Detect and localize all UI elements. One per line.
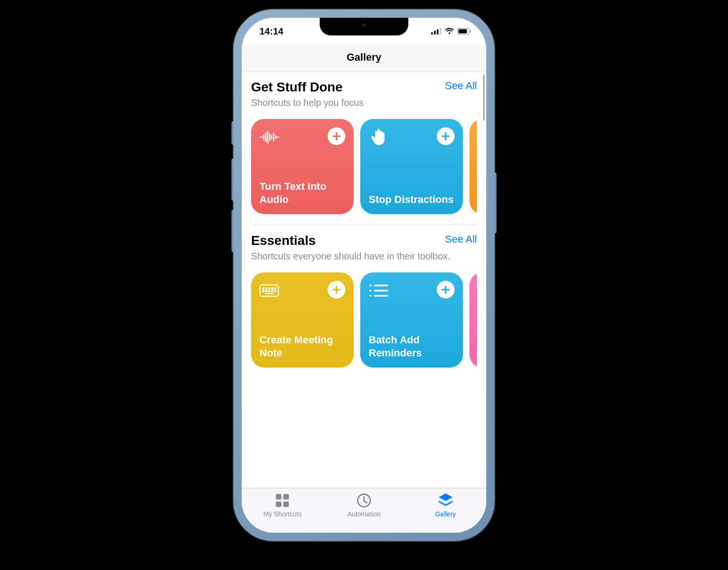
section-title: Get Stuff Done <box>251 80 343 95</box>
svg-rect-0 <box>431 32 433 35</box>
content[interactable]: Get Stuff Done See All Shortcuts to help… <box>242 71 486 488</box>
section-essentials: Essentials See All Shortcuts everyone sh… <box>242 225 486 368</box>
svg-point-23 <box>266 291 267 292</box>
shortcut-card-batch-add-reminders[interactable]: Batch Add Reminders <box>360 272 463 368</box>
wifi-icon <box>445 28 454 35</box>
svg-point-26 <box>274 291 276 292</box>
power-button <box>495 173 497 233</box>
svg-point-28 <box>370 285 371 286</box>
status-icons <box>431 28 471 35</box>
svg-point-21 <box>274 288 276 289</box>
card-title: Stop Distractions <box>369 193 455 206</box>
svg-point-24 <box>269 291 270 292</box>
svg-point-20 <box>272 288 273 289</box>
volume-down-button <box>231 210 233 252</box>
tab-automation[interactable]: Automation <box>331 492 397 518</box>
card-title: Batch Add Reminders <box>369 334 455 359</box>
card-row[interactable]: Create Meeting Note Batch Add Reminders <box>251 272 477 368</box>
scroll-indicator[interactable] <box>483 74 485 121</box>
svg-rect-2 <box>437 29 439 35</box>
list-icon <box>369 281 388 300</box>
shortcut-card-stop-distractions[interactable]: Stop Distractions <box>360 119 463 214</box>
card-title: Turn Text Into Audio <box>259 180 345 206</box>
svg-point-19 <box>269 288 270 289</box>
tab-my-shortcuts[interactable]: My Shortcuts <box>250 492 315 518</box>
section-title: Essentials <box>251 233 316 248</box>
hand-icon <box>369 127 388 147</box>
tab-label: Automation <box>348 510 381 518</box>
card-title: Create Meeting Note <box>259 334 345 359</box>
notch <box>320 18 408 35</box>
grid-icon <box>274 492 291 509</box>
tab-label: Gallery <box>435 510 455 518</box>
section-get-stuff-done: Get Stuff Done See All Shortcuts to help… <box>242 71 486 214</box>
cellular-icon <box>431 28 441 35</box>
svg-rect-3 <box>440 28 441 35</box>
shortcut-card-peek[interactable] <box>469 119 477 214</box>
card-row[interactable]: Turn Text Into Audio Stop Distractions <box>251 119 477 214</box>
see-all-link[interactable]: See All <box>445 80 477 92</box>
svg-rect-5 <box>459 29 467 34</box>
nav-title: Gallery <box>242 51 486 63</box>
keyboard-icon <box>259 281 279 300</box>
volume-up-button <box>231 159 233 201</box>
layers-icon <box>437 492 454 509</box>
svg-point-18 <box>266 288 267 289</box>
svg-rect-35 <box>283 494 289 500</box>
svg-rect-6 <box>470 30 471 33</box>
svg-rect-1 <box>434 31 436 35</box>
status-time: 14:14 <box>259 26 283 37</box>
shortcut-card-create-meeting-note[interactable]: Create Meeting Note <box>251 272 354 368</box>
tab-bar: My Shortcuts Automation Gallery <box>242 488 486 533</box>
svg-rect-34 <box>276 494 281 500</box>
svg-rect-37 <box>283 501 289 507</box>
waveform-icon <box>259 127 279 147</box>
see-all-link[interactable]: See All <box>445 233 477 245</box>
svg-rect-36 <box>276 501 281 507</box>
svg-point-25 <box>272 291 273 292</box>
tab-gallery[interactable]: Gallery <box>413 492 478 518</box>
shortcut-card-peek[interactable] <box>469 272 477 368</box>
shortcut-card-turn-text-into-audio[interactable]: Turn Text Into Audio <box>251 119 354 214</box>
battery-icon <box>457 28 471 35</box>
add-button[interactable] <box>437 281 455 299</box>
phone-frame: 14:14 Gallery Get Stuff Done See All Sho… <box>233 9 495 541</box>
screen: 14:14 Gallery Get Stuff Done See All Sho… <box>242 18 486 533</box>
add-button[interactable] <box>328 281 345 299</box>
svg-point-30 <box>370 290 371 292</box>
svg-point-22 <box>263 291 264 292</box>
nav-header: Gallery <box>242 45 486 71</box>
svg-point-32 <box>370 295 371 297</box>
add-button[interactable] <box>328 127 345 145</box>
svg-point-17 <box>263 288 264 289</box>
add-button[interactable] <box>437 127 455 145</box>
section-subtitle: Shortcuts everyone should have in their … <box>251 250 477 262</box>
section-subtitle: Shortcuts to help you focus <box>251 97 477 109</box>
tab-label: My Shortcuts <box>263 510 301 518</box>
clock-icon <box>356 492 372 509</box>
